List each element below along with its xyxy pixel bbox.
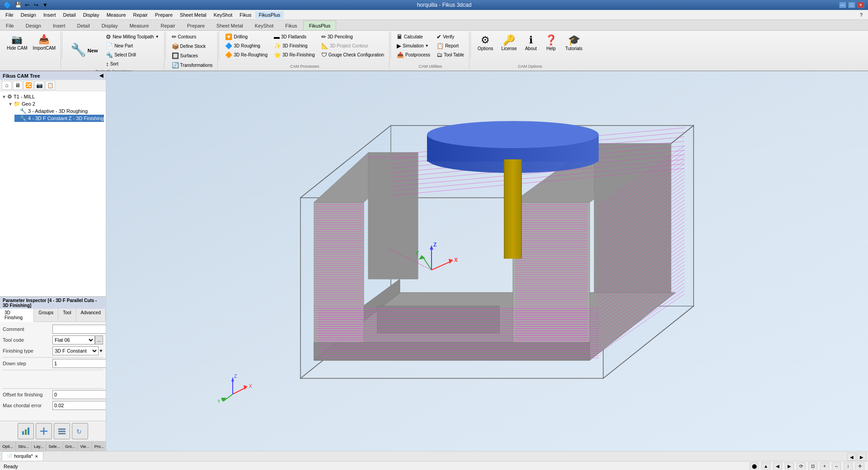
tab-detail[interactable]: Detail xyxy=(71,20,96,30)
tab-tool[interactable]: Tool xyxy=(58,309,76,321)
new-toolpath-button[interactable]: 🔧 New xyxy=(66,39,102,62)
status-btn-4[interactable]: ▶ xyxy=(785,462,794,470)
calculate-button[interactable]: 🖩 Calculate xyxy=(394,33,432,41)
menu-measure[interactable]: Measure xyxy=(103,11,130,19)
tutorials-button[interactable]: 🎓 Tutorials xyxy=(562,33,586,53)
status-btn-6[interactable]: ⊡ xyxy=(808,462,817,470)
tab-3d-finishing[interactable]: 3D Finishing xyxy=(0,309,34,322)
status-btn-2[interactable]: ▲ xyxy=(761,462,770,470)
left-tab-opti[interactable]: Opti... xyxy=(0,442,16,451)
menu-sheetmetal[interactable]: Sheet Metal xyxy=(176,11,210,19)
menu-keyshot[interactable]: KeyShot xyxy=(210,11,236,19)
tab-fikusplus[interactable]: FikusPlus xyxy=(303,20,337,30)
status-btn-10[interactable]: ✛ xyxy=(855,462,864,470)
left-tab-vie[interactable]: Vie... xyxy=(78,442,92,451)
finishing-button[interactable]: ✨ 3D Finishing xyxy=(272,42,317,50)
transformations-button[interactable]: 🔄 Transformations xyxy=(169,61,215,70)
left-tab-lay[interactable]: Lay... xyxy=(32,442,46,451)
status-btn-7[interactable]: + xyxy=(820,462,829,470)
tool-code-extra-btn[interactable]: ... xyxy=(95,335,103,344)
left-tab-pro[interactable]: Pro... xyxy=(92,442,106,451)
menu-fikusplus[interactable]: FikusPlus xyxy=(255,11,284,19)
tab-groups[interactable]: Groups xyxy=(34,309,58,321)
refinishing-button[interactable]: ⭐ 3D Re-Finishing xyxy=(272,51,317,59)
viewport[interactable]: Z X Y X Z Y xyxy=(106,71,868,451)
tree-cam-btn[interactable]: 📷 xyxy=(34,81,44,90)
simulation-button[interactable]: ▶ Simulation ▼ xyxy=(394,42,432,50)
bottom-tab-horquilla[interactable]: 📄 horquilla* ✕ xyxy=(2,451,43,461)
sort-button[interactable]: ↕ Sort xyxy=(103,60,161,68)
tree-item-t1[interactable]: ▼ ⚙ T1 - MILL xyxy=(2,93,104,100)
drilling-button[interactable]: 🔽 Drilling xyxy=(223,33,270,41)
action-btn-1[interactable] xyxy=(18,423,34,439)
tab-close-btn[interactable]: ✕ xyxy=(35,454,38,459)
left-tab-sele[interactable]: Sele... xyxy=(46,442,63,451)
flatlands-button[interactable]: ▬ 3D Flatlands xyxy=(272,33,317,41)
about-button[interactable]: ℹ About xyxy=(522,33,540,53)
license-button[interactable]: 🔑 License xyxy=(498,33,520,53)
action-btn-3[interactable] xyxy=(54,423,70,439)
project-contour-button[interactable]: 📐 3D Project Contour xyxy=(319,42,386,50)
tab-scroll-right[interactable]: ▶ xyxy=(857,453,866,461)
redo-button[interactable]: ↪ xyxy=(32,1,40,9)
menu-insert[interactable]: Insert xyxy=(40,11,60,19)
menu-fikus[interactable]: Fikus xyxy=(236,11,255,19)
surfaces-button[interactable]: 🔲 Surfaces xyxy=(169,51,200,60)
tool-table-button[interactable]: 🗂 Tool Table xyxy=(434,51,466,59)
hidecam-button[interactable]: 📷 Hide CAM xyxy=(5,33,30,52)
tree-monitor-btn[interactable]: 🖥 xyxy=(13,81,23,90)
gouge-check-button[interactable]: 🛡 Gouge Check Configuration xyxy=(319,51,386,59)
reroughing-button[interactable]: 🔶 3D Re-Roughing xyxy=(223,51,270,59)
save-button[interactable]: 💾 xyxy=(14,1,22,9)
close-button[interactable]: ✕ xyxy=(857,2,864,8)
chordal-input[interactable] xyxy=(52,401,106,410)
menu-file[interactable]: File xyxy=(2,11,17,19)
tab-repair[interactable]: Repair xyxy=(155,20,181,30)
tree-item-op3[interactable]: 🔧 3 - Adaptive - 3D Roughing xyxy=(14,107,104,115)
status-btn-3[interactable]: ◀ xyxy=(773,462,782,470)
offset-input[interactable] xyxy=(52,390,106,399)
action-btn-4[interactable]: ↻ xyxy=(72,423,88,439)
comment-input[interactable] xyxy=(52,325,106,334)
importcam-button[interactable]: 📥 ImportCAM xyxy=(31,33,58,52)
menu-help-icon[interactable]: ? xyxy=(856,11,866,19)
left-tab-stru[interactable]: Stru... xyxy=(16,442,32,451)
verify-button[interactable]: ✔ Verify xyxy=(434,33,466,41)
contours-button[interactable]: ✏ Contours xyxy=(169,33,199,41)
status-btn-8[interactable]: ↔ xyxy=(832,462,841,470)
roughing-button[interactable]: 🔷 3D Roughing xyxy=(223,42,270,50)
options-button[interactable]: ⚙ Options xyxy=(474,33,496,53)
tree-path-btn[interactable]: 🔀 xyxy=(23,81,33,90)
tab-display[interactable]: Display xyxy=(96,20,124,30)
finishing-type-select[interactable]: 3D F Constant xyxy=(52,346,99,355)
tree-list-btn[interactable]: 📋 xyxy=(45,81,55,90)
define-stock-button[interactable]: 📦 Define Stock xyxy=(169,42,208,51)
new-milling-toolpath-button[interactable]: ⚙ New Milling Toolpath ▼ xyxy=(103,33,161,41)
tab-fikus[interactable]: Fikus xyxy=(279,20,303,30)
tab-keyshot[interactable]: KeyShot xyxy=(249,20,280,30)
tool-code-select[interactable]: Flat 06 xyxy=(52,335,95,344)
tab-advanced[interactable]: Advanced xyxy=(76,309,106,321)
penciling-button[interactable]: ✏ 3D Penciling xyxy=(319,33,386,41)
tab-prepare[interactable]: Prepare xyxy=(181,20,211,30)
help-button[interactable]: ❓ Help xyxy=(542,33,560,53)
menu-design[interactable]: Design xyxy=(17,11,40,19)
minimize-button[interactable]: — xyxy=(839,2,846,8)
tab-scroll-left[interactable]: ◀ xyxy=(847,453,856,461)
tree-item-geo2[interactable]: ▼ 📁 Geo 2 xyxy=(8,100,104,107)
menu-display[interactable]: Display xyxy=(80,11,103,19)
customize-button[interactable]: ▼ xyxy=(41,1,49,9)
select-drill-button[interactable]: 🔩 Select Drill xyxy=(103,51,161,59)
tab-sheetmetal[interactable]: Sheet Metal xyxy=(211,20,249,30)
new-part-button[interactable]: 📄 New Part xyxy=(103,42,161,50)
undo-button[interactable]: ↩ xyxy=(23,1,31,9)
menu-detail[interactable]: Detail xyxy=(60,11,80,19)
postprocess-button[interactable]: 📤 Postprocess xyxy=(394,51,432,59)
tab-insert[interactable]: Insert xyxy=(47,20,71,30)
action-btn-2[interactable] xyxy=(36,423,52,439)
status-btn-9[interactable]: ↕ xyxy=(844,462,853,470)
maximize-button[interactable]: □ xyxy=(848,2,855,8)
menu-prepare[interactable]: Prepare xyxy=(151,11,176,19)
status-btn-1[interactable]: ⬤ xyxy=(750,462,759,470)
status-btn-5[interactable]: ⟳ xyxy=(797,462,806,470)
